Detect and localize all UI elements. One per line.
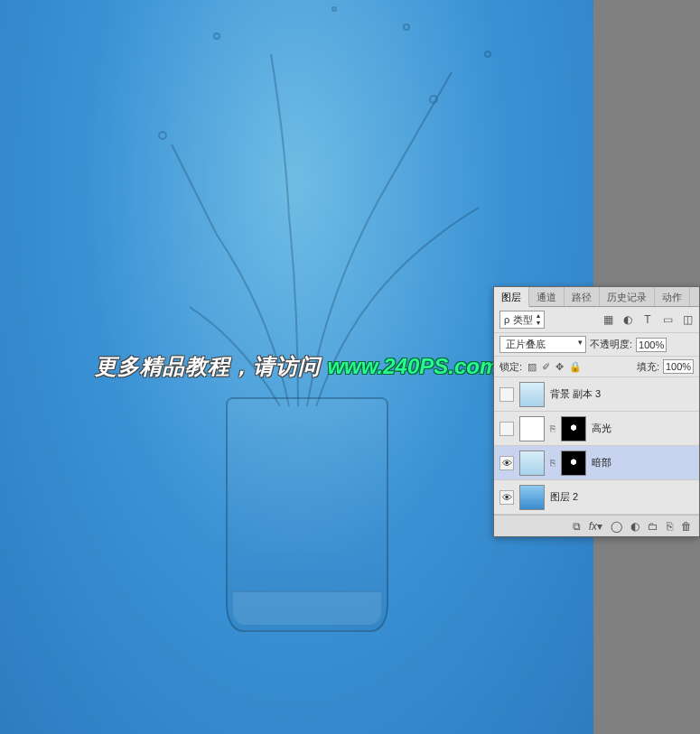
tab-paths[interactable]: 路径	[565, 287, 600, 306]
visibility-toggle[interactable]	[499, 422, 514, 436]
layers-list: 背景 副本 3 ⎘ 高光 👁 ⎘ 暗部 👁 图层 2	[494, 377, 699, 515]
lock-label: 锁定:	[499, 360, 522, 374]
watermark-text: 更多精品教程，请访问	[95, 354, 328, 378]
filter-smart-icon[interactable]: ◫	[681, 313, 694, 326]
watermark-url: www.240PS.com	[327, 354, 499, 378]
svg-point-1	[214, 33, 219, 39]
layer-filter-row: ρ 类型 ▴▾ ▦ ◐ T ▭ ◫	[494, 307, 699, 333]
layer-name[interactable]: 高光	[592, 422, 611, 435]
fx-icon[interactable]: fx▾	[589, 520, 602, 533]
svg-point-0	[159, 132, 166, 139]
stepper-icon: ▴▾	[537, 312, 540, 327]
watermark: 更多精品教程，请访问 www.240PS.com	[95, 352, 499, 381]
filter-type-icon[interactable]: T	[641, 313, 654, 326]
svg-point-3	[485, 51, 490, 57]
filter-pixel-icon[interactable]: ▦	[602, 313, 614, 326]
lock-transparency-icon[interactable]: ▨	[527, 361, 537, 373]
layer-thumbnail[interactable]	[519, 451, 545, 476]
visibility-toggle[interactable]	[499, 387, 514, 402]
add-mask-icon[interactable]: ◯	[611, 520, 622, 533]
layer-mask-thumbnail[interactable]	[561, 451, 586, 476]
lock-icons: ▨ ✐ ✥ 🔒	[527, 361, 582, 373]
filter-adjustment-icon[interactable]: ◐	[621, 313, 634, 326]
panel-footer: ⧉ fx▾ ◯ ◐ 🗀 ⎘ 🗑	[494, 515, 699, 536]
tab-layers[interactable]: 图层	[494, 287, 529, 307]
lock-pixels-icon[interactable]: ✐	[542, 361, 550, 373]
tab-channels[interactable]: 通道	[529, 287, 565, 306]
adjustment-layer-icon[interactable]: ◐	[630, 520, 639, 533]
filter-kind-label: 类型	[513, 313, 533, 327]
layer-thumbnail[interactable]	[519, 485, 545, 510]
panel-tabs: 图层 通道 路径 历史记录 动作	[494, 287, 699, 307]
glass-graphic	[226, 397, 388, 632]
layer-mask-thumbnail[interactable]	[561, 416, 586, 441]
lock-all-icon[interactable]: 🔒	[569, 361, 582, 373]
layer-row[interactable]: 背景 副本 3	[494, 377, 699, 412]
group-icon[interactable]: 🗀	[648, 520, 658, 533]
filter-type-icons: ▦ ◐ T ▭ ◫	[602, 313, 694, 326]
blend-opacity-row: 正片叠底 不透明度: 100%	[494, 333, 699, 357]
layer-name[interactable]: 暗部	[592, 456, 611, 469]
filter-shape-icon[interactable]: ▭	[661, 313, 674, 326]
layer-thumbnail[interactable]	[519, 416, 545, 441]
layer-name[interactable]: 背景 副本 3	[550, 387, 601, 401]
svg-point-4	[404, 24, 409, 30]
layer-name[interactable]: 图层 2	[550, 490, 578, 504]
svg-point-5	[332, 7, 336, 11]
new-layer-icon[interactable]: ⎘	[667, 520, 673, 533]
layer-row[interactable]: 👁 ⎘ 暗部	[494, 446, 699, 480]
opacity-label: 不透明度:	[590, 338, 632, 351]
layer-row[interactable]: 👁 图层 2	[494, 480, 699, 515]
lock-position-icon[interactable]: ✥	[555, 361, 564, 373]
filter-kind-select[interactable]: ρ 类型 ▴▾	[499, 311, 545, 329]
layer-row[interactable]: ⎘ 高光	[494, 412, 699, 446]
visibility-toggle[interactable]: 👁	[499, 490, 514, 505]
layer-thumbnail[interactable]	[519, 382, 545, 407]
mask-link-icon[interactable]: ⎘	[550, 458, 555, 468]
tab-actions[interactable]: 动作	[655, 287, 690, 306]
link-layers-icon[interactable]: ⧉	[573, 520, 581, 533]
mask-link-icon[interactable]: ⎘	[550, 423, 555, 433]
delete-layer-icon[interactable]: 🗑	[681, 520, 692, 533]
visibility-toggle[interactable]: 👁	[499, 456, 514, 470]
lock-fill-row: 锁定: ▨ ✐ ✥ 🔒 填充: 100%	[494, 357, 699, 377]
opacity-input[interactable]: 100%	[636, 338, 667, 352]
blend-mode-value: 正片叠底	[506, 339, 546, 349]
fill-label: 填充:	[637, 360, 659, 374]
blend-mode-select[interactable]: 正片叠底	[499, 336, 586, 353]
fill-input[interactable]: 100%	[663, 359, 694, 374]
tab-history[interactable]: 历史记录	[600, 287, 655, 306]
search-icon: ρ	[504, 314, 509, 325]
layers-panel: 图层 通道 路径 历史记录 动作 ρ 类型 ▴▾ ▦ ◐ T ▭ ◫ 正片叠底 …	[493, 286, 700, 537]
